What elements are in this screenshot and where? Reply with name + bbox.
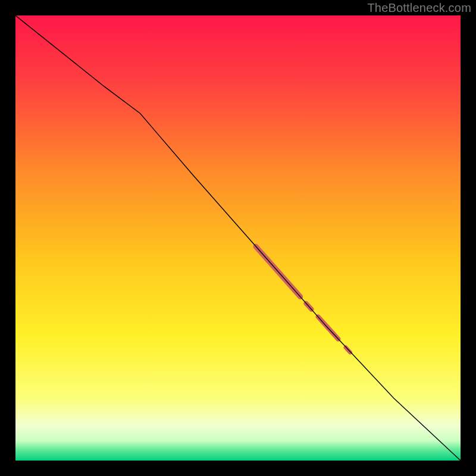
chart-overlay [15,15,461,461]
watermark-text: TheBottleneck.com [367,1,471,15]
chart-frame: TheBottleneck.com [0,0,476,476]
main-curve-line [15,15,461,461]
plot-area [15,15,461,461]
